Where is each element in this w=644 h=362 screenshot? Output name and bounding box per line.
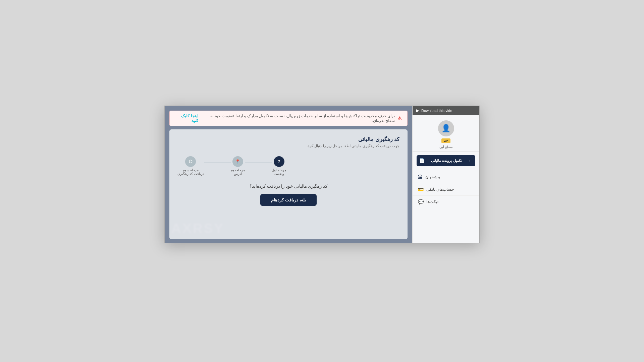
step-2-circle: 📍 (232, 156, 243, 167)
tax-card: کد رهگیری مالیاتی جهت دریافت کد رهگیری م… (169, 129, 408, 239)
step-connector-1 (245, 163, 272, 163)
complete-file-button[interactable]: ← تکمیل پرونده مالیاتی 📄 (417, 155, 475, 166)
alert-banner: ⚠ برای حذف محدودیت تراکنش‌ها و استفاده ا… (169, 111, 408, 126)
step-1: ? مرحله اولوضعیت (272, 156, 286, 176)
bank-accounts-label: حساب‌های بانکی (426, 187, 454, 192)
app-window: AXRSY ⚠ برای حذف محدودیت تراکنش‌ها و است… (164, 106, 480, 243)
steps-row: ? مرحله اولوضعیت 📍 مرحله دومآدرس ⬡ مرحله… (177, 156, 399, 176)
download-icon: ▶ (416, 108, 419, 113)
alert-link[interactable]: اینجا کلیک کنید (175, 114, 198, 123)
sidebar-item-tickets[interactable]: تیکت‌ها 💬 (413, 196, 479, 208)
sidebar: ▶ Download this vide 👤 ZP سطح آبی ← تکمی… (412, 106, 479, 243)
main-content-area: AXRSY ⚠ برای حذف محدودیت تراکنش‌ها و است… (165, 106, 412, 243)
step-1-label: مرحله اولوضعیت (272, 168, 286, 176)
step-3-circle: ⬡ (185, 156, 196, 167)
dashboard-label: پیشخوان (425, 175, 440, 179)
avatar-icon: 👤 (441, 124, 450, 133)
alert-text-before: برای حذف محدودیت تراکنش‌ها و استفاده از … (201, 114, 395, 123)
download-video-button[interactable]: ▶ Download this vide (413, 106, 479, 115)
step-3-label: مرحله سومدریافت کد رهگیری (177, 168, 204, 176)
user-level: سطح آبی (439, 145, 452, 149)
receive-button[interactable]: بله، دریافت کردهام (260, 194, 316, 206)
card-title: کد رهگیری مالیاتی (177, 136, 399, 142)
step-connector-2 (204, 163, 231, 163)
bank-accounts-icon: 💳 (418, 187, 424, 192)
file-icon: 📄 (419, 158, 425, 163)
complete-file-label: تکمیل پرونده مالیاتی (431, 159, 462, 163)
sidebar-nav: پیشخوان 🏛 حساب‌های بانکی 💳 تیکت‌ها 💬 (413, 170, 479, 243)
dashboard-icon: 🏛 (418, 174, 423, 180)
tickets-icon: 💬 (418, 199, 424, 204)
tickets-label: تیکت‌ها (426, 199, 438, 204)
download-video-label: Download this vide (421, 109, 452, 113)
sidebar-item-bank-accounts[interactable]: حساب‌های بانکی 💳 (413, 183, 479, 196)
sidebar-item-dashboard[interactable]: پیشخوان 🏛 (413, 171, 479, 183)
complete-icon: ← (468, 158, 473, 163)
step-2-label: مرحله دومآدرس (231, 168, 245, 176)
avatar: 👤 (438, 120, 454, 136)
step-3: ⬡ مرحله سومدریافت کد رهگیری (177, 156, 204, 176)
user-badge: ZP (441, 138, 451, 143)
user-profile: 👤 ZP سطح آبی (413, 115, 479, 152)
step-2: 📍 مرحله دومآدرس (231, 156, 245, 176)
step-1-circle: ? (274, 156, 284, 167)
card-subtitle: جهت دریافت کد رهگیری مالیاتی لطفا مراحل … (177, 144, 399, 148)
alert-icon: ⚠ (397, 116, 402, 121)
question-text: کد رهگیری مالیاتی خود را دریافت کرده‌اید… (177, 184, 399, 189)
